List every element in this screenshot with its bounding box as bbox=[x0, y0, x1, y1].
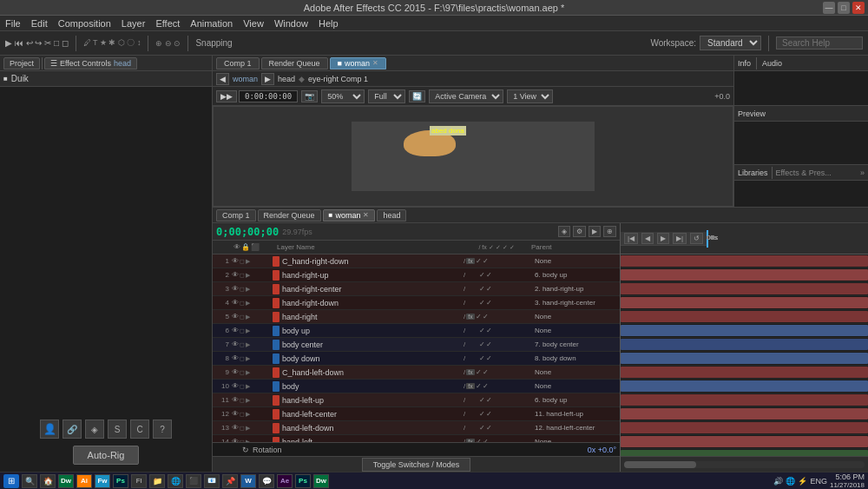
lock-icon[interactable]: ◻ bbox=[240, 258, 245, 265]
search-input[interactable] bbox=[776, 36, 863, 50]
track-scrollbar[interactable] bbox=[624, 461, 865, 468]
lock-icon[interactable]: ◻ bbox=[240, 397, 245, 404]
tab-effect-controls[interactable]: ☰ Effect Controls head bbox=[44, 57, 137, 69]
taskbar-app-dw2[interactable]: Dw bbox=[313, 474, 329, 488]
duik-btn-1[interactable]: 👤 bbox=[40, 420, 59, 439]
minimize-button[interactable]: — bbox=[823, 2, 835, 14]
layer-vis-icons[interactable]: 👁 ◻ ▶ bbox=[232, 354, 272, 362]
menu-composition[interactable]: Composition bbox=[58, 18, 111, 29]
zoom-select[interactable]: 50% 100% bbox=[321, 89, 365, 103]
info-tab[interactable]: Info bbox=[738, 59, 751, 68]
lock-icon[interactable]: ◻ bbox=[240, 286, 245, 293]
duik-btn-3[interactable]: ◈ bbox=[85, 420, 104, 439]
autorig-button[interactable]: Auto-Rig bbox=[73, 446, 140, 465]
duik-btn-6[interactable]: ? bbox=[153, 420, 172, 439]
layer-vis-icons[interactable]: 👁 ◻ ▶ bbox=[232, 382, 272, 390]
layer-vis-icons[interactable]: 👁 ◻ ▶ bbox=[232, 271, 272, 279]
layer-vis-icons[interactable]: 👁 ◻ ▶ bbox=[232, 396, 272, 404]
play[interactable]: ▶ bbox=[657, 233, 669, 244]
taskbar-app-ps2[interactable]: Ps bbox=[295, 474, 311, 488]
viewer-tab-eye[interactable]: eye-right Comp 1 bbox=[308, 75, 368, 83]
eye-icon[interactable]: 👁 bbox=[232, 327, 239, 334]
layer-row[interactable]: 14 👁 ◻ ▶ hand-left / fx ✓✓ None bbox=[213, 435, 620, 442]
collapse-icon[interactable]: ▶ bbox=[246, 286, 250, 293]
taskbar-app-fl[interactable]: Fl bbox=[131, 474, 147, 488]
close-button[interactable]: ✕ bbox=[852, 2, 865, 14]
lock-icon[interactable]: ◻ bbox=[240, 300, 245, 307]
menu-window[interactable]: Window bbox=[274, 18, 308, 29]
preview-tab[interactable]: Preview bbox=[738, 109, 766, 118]
taskbar-app-ai[interactable]: Ai bbox=[76, 474, 92, 488]
eye-icon[interactable]: 👁 bbox=[232, 410, 239, 418]
lock-icon[interactable]: ◻ bbox=[240, 369, 245, 376]
menu-help[interactable]: Help bbox=[319, 18, 339, 29]
layer-row[interactable]: 1 👁 ◻ ▶ C_hand-right-down / fx ✓✓ None bbox=[213, 254, 620, 268]
layer-vis-icons[interactable]: 👁 ◻ ▶ bbox=[232, 327, 272, 334]
lock-icon[interactable]: ◻ bbox=[240, 341, 245, 348]
collapse-icon[interactable]: ▶ bbox=[246, 369, 250, 376]
layer-row[interactable]: 5 👁 ◻ ▶ hand-right / fx ✓✓ None bbox=[213, 310, 620, 324]
tl-btn-1[interactable]: ◈ bbox=[558, 226, 570, 237]
timeline-tab-close[interactable]: ✕ bbox=[363, 211, 369, 219]
viewer-next-button[interactable]: ▶ bbox=[261, 73, 274, 85]
layer-row[interactable]: 2 👁 ◻ ▶ hand-right-up / ✓✓ 6. body up bbox=[213, 268, 620, 282]
duik-btn-4[interactable]: S bbox=[108, 420, 127, 439]
taskbar-start[interactable]: ⊞ bbox=[3, 474, 19, 488]
collapse-icon[interactable]: ▶ bbox=[246, 341, 250, 348]
lock-icon[interactable]: ◻ bbox=[240, 355, 245, 362]
eye-icon[interactable]: 👁 bbox=[232, 340, 239, 348]
viewer-tab-head[interactable]: head bbox=[278, 75, 295, 83]
refresh-btn[interactable]: 🔄 bbox=[409, 90, 425, 102]
menu-view[interactable]: View bbox=[243, 18, 264, 29]
taskbar-app-word[interactable]: W bbox=[240, 474, 256, 488]
collapse-icon[interactable]: ▶ bbox=[246, 425, 250, 432]
comp-tab-woman[interactable]: ■ woman ✕ bbox=[330, 57, 386, 69]
snapshot-btn[interactable]: 📷 bbox=[301, 90, 318, 102]
layer-vis-icons[interactable]: 👁 ◻ ▶ bbox=[232, 340, 272, 348]
layer-vis-icons[interactable]: 👁 ◻ ▶ bbox=[232, 257, 272, 265]
tab-project[interactable]: Project bbox=[3, 57, 40, 69]
eye-icon[interactable]: 👁 bbox=[232, 271, 239, 279]
lock-icon[interactable]: ◻ bbox=[240, 314, 245, 320]
layer-row[interactable]: 10 👁 ◻ ▶ body / fx ✓✓ None bbox=[213, 380, 620, 393]
collapse-icon[interactable]: ▶ bbox=[246, 397, 250, 404]
taskbar-app-explorer[interactable]: 📁 bbox=[149, 474, 165, 488]
collapse-icon[interactable]: ▶ bbox=[246, 314, 250, 320]
lock-icon[interactable]: ◻ bbox=[240, 327, 245, 334]
eye-icon[interactable]: 👁 bbox=[232, 285, 239, 293]
taskbar-app-2[interactable]: 🏠 bbox=[40, 474, 56, 488]
layer-vis-icons[interactable]: 👁 ◻ ▶ bbox=[232, 424, 272, 432]
eye-icon[interactable]: 👁 bbox=[232, 368, 239, 376]
timeline-tab-head[interactable]: head bbox=[377, 209, 406, 221]
loop[interactable]: ↺ bbox=[690, 233, 703, 244]
timeline-tab-render[interactable]: Render Queue bbox=[258, 209, 321, 221]
taskbar-app-6[interactable]: 💬 bbox=[259, 474, 274, 488]
panel-expand[interactable]: » bbox=[860, 169, 865, 177]
taskbar-app-dw[interactable]: Dw bbox=[58, 474, 74, 488]
comp-tab-render[interactable]: Render Queue bbox=[261, 57, 328, 69]
taskbar-app-1[interactable]: 🔍 bbox=[22, 474, 37, 488]
tl-btn-4[interactable]: ⊕ bbox=[603, 226, 616, 237]
collapse-icon[interactable]: ▶ bbox=[246, 327, 250, 334]
layer-vis-icons[interactable]: 👁 ◻ ▶ bbox=[232, 368, 272, 376]
collapse-icon[interactable]: ▶ bbox=[246, 272, 250, 279]
libraries-tab[interactable]: Libraries bbox=[738, 169, 768, 177]
workspace-select[interactable]: Standard bbox=[700, 36, 761, 50]
taskbar-app-4[interactable]: 📧 bbox=[204, 474, 220, 488]
lock-icon[interactable]: ◻ bbox=[240, 425, 245, 432]
eye-icon[interactable]: 👁 bbox=[232, 424, 239, 432]
viewer-ctrl-1[interactable]: ▶▶ bbox=[216, 90, 237, 102]
eye-icon[interactable]: 👁 bbox=[232, 354, 239, 362]
frame-counter[interactable]: 0:00:00:00 bbox=[239, 90, 298, 102]
taskbar-app-ps[interactable]: Ps bbox=[113, 474, 128, 488]
layer-row[interactable]: 11 👁 ◻ ▶ hand-left-up / ✓✓ 6. body up bbox=[213, 393, 620, 407]
timeline-tab-woman[interactable]: ■ woman ✕ bbox=[323, 209, 376, 221]
taskbar-app-5[interactable]: 📌 bbox=[222, 474, 238, 488]
layer-row[interactable]: 6 👁 ◻ ▶ body up / ✓✓ None bbox=[213, 324, 620, 338]
menu-animation[interactable]: Animation bbox=[190, 18, 233, 29]
layer-row[interactable]: 9 👁 ◻ ▶ C_hand-left-down / fx ✓✓ None bbox=[213, 366, 620, 380]
layer-vis-icons[interactable]: 👁 ◻ ▶ bbox=[232, 285, 272, 293]
layer-row[interactable]: 4 👁 ◻ ▶ hand-right-down / ✓✓ 3. hand-rig… bbox=[213, 296, 620, 310]
viewer-prev-button[interactable]: ◀ bbox=[216, 73, 229, 85]
collapse-icon[interactable]: ▶ bbox=[246, 383, 250, 390]
